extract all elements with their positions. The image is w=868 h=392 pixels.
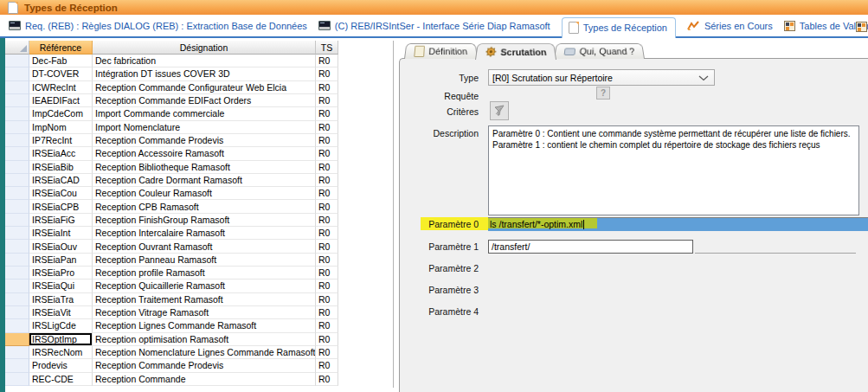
table-row[interactable]: IRSEiaTra Reception Traitement Ramasoft …	[5, 293, 393, 306]
param0-input[interactable]: ls /transfert/*-optim.xml	[488, 217, 868, 231]
description-field[interactable]: Paramètre 0 : Contient une commande syst…	[488, 125, 859, 215]
row-selector[interactable]	[5, 359, 29, 372]
table-row[interactable]: IRSEiaPro Reception profile Ramasoft R0	[5, 267, 393, 280]
row-selector[interactable]	[5, 67, 29, 80]
row-selector[interactable]	[5, 161, 29, 174]
column-header-designation[interactable]: Désignation	[93, 41, 316, 55]
cell-ts[interactable]: R0	[316, 333, 338, 346]
table-row[interactable]: ImpCdeCom Import Commande commerciale R0	[5, 107, 393, 120]
cell-reference[interactable]: ImpCdeCom	[29, 107, 93, 120]
row-selector[interactable]	[5, 306, 29, 319]
cell-reference[interactable]: IRSEiaQui	[29, 280, 93, 292]
cell-reference[interactable]: IRSEiaPro	[29, 267, 93, 280]
cell-designation[interactable]: Reception Traitement Ramasoft	[93, 293, 316, 306]
cell-reference[interactable]: Dec-Fab	[29, 55, 93, 67]
cell-reference[interactable]: IRSEiaPan	[29, 254, 93, 267]
row-selector[interactable]	[5, 174, 29, 187]
param1-input[interactable]: /transfert/	[488, 240, 693, 254]
row-selector[interactable]	[5, 121, 29, 134]
cell-reference[interactable]: IRSOptImp	[29, 333, 93, 346]
cell-ts[interactable]: R0	[316, 240, 338, 253]
tab-definition[interactable]: Définition	[404, 43, 478, 59]
column-header-reference[interactable]: Référence	[29, 41, 93, 55]
cell-designation[interactable]: Reception optimisation Ramasoft	[93, 333, 316, 346]
cell-designation[interactable]: Reception Bibliotheque Ramasoft	[93, 161, 316, 174]
table-row[interactable]: IRSEiaInt Reception Intercalaire Ramasof…	[5, 227, 393, 240]
cell-designation[interactable]: Reception Panneau Ramasoft	[93, 254, 316, 267]
cell-reference[interactable]: IRSEiaInt	[29, 227, 93, 240]
cell-ts[interactable]: R0	[316, 214, 338, 227]
criteres-button[interactable]	[490, 101, 509, 120]
cell-reference[interactable]: IRSEiaTra	[29, 293, 93, 306]
row-selector[interactable]	[5, 214, 29, 227]
cell-ts[interactable]: R0	[316, 267, 338, 280]
cell-reference[interactable]: REC-CDE	[29, 373, 93, 386]
cell-reference[interactable]: ICWRecInt	[29, 81, 93, 94]
cell-ts[interactable]: R0	[316, 254, 338, 267]
cell-designation[interactable]: Reception FinishGroup Ramasoft	[93, 214, 316, 227]
table-row[interactable]: Dec-Fab Dec fabrication R0	[5, 55, 393, 67]
table-row[interactable]: IP7RecInt Reception Commande Prodevis R0	[5, 134, 393, 147]
cell-ts[interactable]: R0	[316, 55, 338, 67]
cell-reference[interactable]: IRSEiaCou	[29, 187, 93, 200]
cell-designation[interactable]: Reception Intercalaire Ramasoft	[93, 227, 316, 240]
cell-reference[interactable]: IRSEiaVit	[29, 306, 93, 319]
row-selector[interactable]	[5, 107, 29, 120]
cell-designation[interactable]: Reception Commande EDIFact Orders	[93, 94, 316, 107]
tab-req-reb[interactable]: Req. (REB) : Règles DIALOG (REB) : Extra…	[9, 21, 307, 31]
row-selector[interactable]	[5, 333, 29, 346]
cell-designation[interactable]: Reception CPB Ramasoft	[93, 200, 316, 213]
tab-reb-irsintser[interactable]: (C) REB/IRSIntSer - Interface Série Diap…	[318, 21, 550, 31]
row-selector[interactable]	[5, 81, 29, 94]
cell-ts[interactable]: R0	[316, 319, 338, 332]
row-selector[interactable]	[5, 55, 29, 67]
table-row[interactable]: Prodevis Reception Commande Prodevis R0	[5, 359, 393, 372]
table-row[interactable]: DT-COVER Intégration DT issues COVER 3D …	[5, 67, 393, 80]
row-selector[interactable]	[5, 346, 29, 359]
row-selector[interactable]	[5, 267, 29, 280]
row-selector[interactable]	[5, 134, 29, 147]
table-row[interactable]: IRSEiaCPB Reception CPB Ramasoft R0	[5, 200, 393, 213]
table-row[interactable]: REC-CDE Reception Commande R0	[5, 373, 393, 386]
table-row[interactable]: ICWRecInt Reception Commande Configurate…	[5, 81, 393, 94]
cell-ts[interactable]: R0	[316, 134, 338, 147]
table-row[interactable]: IRSEiaFiG Reception FinishGroup Ramasoft…	[5, 214, 393, 227]
cell-reference[interactable]: DT-COVER	[29, 67, 93, 80]
cell-designation[interactable]: Reception Quicaillerie Ramasoft	[93, 280, 316, 292]
cell-ts[interactable]: R0	[316, 174, 338, 187]
cell-ts[interactable]: R0	[316, 373, 338, 386]
cell-reference[interactable]: IRSEiaBib	[29, 161, 93, 174]
table-row[interactable]: IRSEiaQui Reception Quicaillerie Ramasof…	[5, 280, 393, 292]
table-row[interactable]: IRSOptImp Reception optimisation Ramasof…	[5, 333, 393, 346]
cell-reference[interactable]: ImpNom	[29, 121, 93, 134]
cell-designation[interactable]: Import Commande commerciale	[93, 107, 316, 120]
table-row[interactable]: IRSRecNom Reception Nomenclature Lignes …	[5, 346, 393, 359]
cell-ts[interactable]: R0	[316, 94, 338, 107]
table-row[interactable]: IRSLigCde Reception Lignes Commande Rama…	[5, 319, 393, 332]
cell-designation[interactable]: Reception Cadre Dormant Ramasoft	[93, 174, 316, 187]
cell-reference[interactable]: IRSLigCde	[29, 319, 93, 332]
cell-reference[interactable]: IRSEiaOuv	[29, 240, 93, 253]
cell-designation[interactable]: Reception profile Ramasoft	[93, 267, 316, 280]
cell-ts[interactable]: R0	[316, 107, 338, 120]
table-row[interactable]: IEAEDIFact Reception Commande EDIFact Or…	[5, 94, 393, 107]
row-selector[interactable]	[5, 187, 29, 200]
table-row[interactable]: IRSEiaAcc Reception Accessoire Ramasoft …	[5, 147, 393, 160]
table-row[interactable]: IRSEiaCou Reception Couleur Ramasoft R0	[5, 187, 393, 200]
cell-reference[interactable]: IRSEiaAcc	[29, 147, 93, 160]
cell-designation[interactable]: Import Nomenclature	[93, 121, 316, 134]
table-row[interactable]: IRSEiaPan Reception Panneau Ramasoft R0	[5, 254, 393, 267]
cell-reference[interactable]: IEAEDIFact	[29, 94, 93, 107]
cell-designation[interactable]: Reception Couleur Ramasoft	[93, 187, 316, 200]
cell-ts[interactable]: R0	[316, 346, 338, 359]
cell-ts[interactable]: R0	[316, 359, 338, 372]
table-row[interactable]: ImpNom Import Nomenclature R0	[5, 121, 393, 134]
cell-reference[interactable]: IRSRecNom	[29, 346, 93, 359]
cell-reference[interactable]: Prodevis	[29, 359, 93, 372]
requete-help-button[interactable]: ?	[596, 87, 610, 100]
table-row[interactable]: IRSEiaVit Reception Vitrage Ramasoft R0	[5, 306, 393, 319]
cell-ts[interactable]: R0	[316, 67, 338, 80]
type-select[interactable]: [R0] Scrutation sur Répertoire	[488, 69, 715, 86]
cell-designation[interactable]: Reception Ouvrant Ramasoft	[93, 240, 316, 253]
cell-reference[interactable]: IRSEiaCPB	[29, 200, 93, 213]
